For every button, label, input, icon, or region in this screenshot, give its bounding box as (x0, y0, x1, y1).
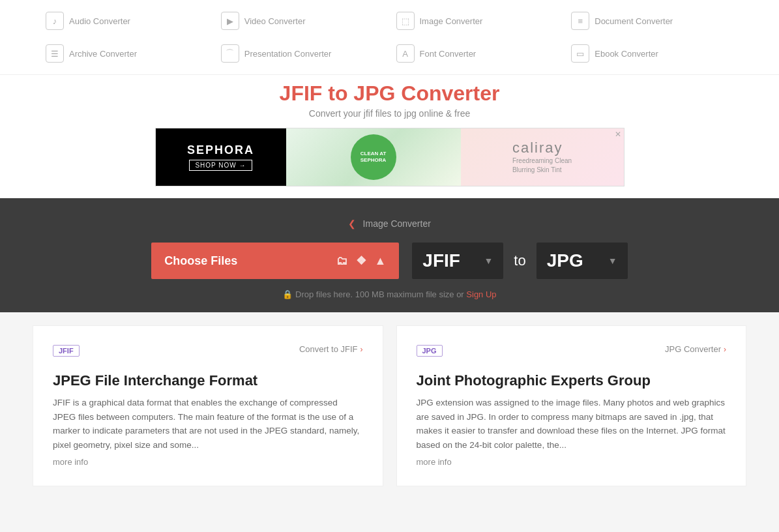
nav-archive-label: Archive Converter (69, 49, 137, 59)
ad-badge-line2: SEPHORA (360, 157, 387, 164)
page-title: JFIF to JPG Converter (0, 81, 779, 106)
upload-icons: 🗂 ❖ ▲ (336, 254, 386, 268)
converter-area: ❮ Image Converter Choose Files 🗂 ❖ ▲ JFI… (0, 198, 779, 312)
nav-presentation[interactable]: ⌒ Presentation Converter (214, 40, 390, 66)
jpg-card-description: JPG extension was assigned to the image … (417, 396, 727, 452)
nav-document[interactable]: ≡ Document Converter (565, 8, 740, 34)
lock-icon: 🔒 (282, 289, 293, 299)
breadcrumb: ❮ Image Converter (0, 218, 779, 229)
ad-cta: SHOP NOW → (189, 160, 252, 171)
ad-badge: CLEAN AT SEPHORA (351, 134, 396, 180)
ad-product-desc1: Freedreaming Clean (512, 156, 572, 166)
dropbox-icon: ❖ (356, 254, 366, 268)
jpg-info-card: JPG JPG Converter › Joint Photographic E… (396, 325, 747, 486)
nav-image[interactable]: ⬚ Image Converter (390, 8, 565, 34)
to-format-selector[interactable]: JPG ▼ (536, 243, 628, 279)
ad-product-info: caliray Freedreaming Clean Blurring Skin… (512, 140, 572, 175)
convert-to-jfif-link[interactable]: Convert to JFIF › (299, 344, 363, 354)
ad-product-name: caliray (512, 140, 572, 156)
jfif-link-arrow-icon: › (360, 345, 363, 354)
nav-audio[interactable]: ♪ Audio Converter (39, 8, 214, 34)
jpg-link-arrow-icon: › (724, 345, 726, 354)
title-area: JFIF to JPG Converter Convert your jfif … (0, 75, 779, 121)
ad-product-desc2: Blurring Skin Tint (512, 166, 572, 175)
ad-badge-line1: CLEAN AT (360, 151, 387, 157)
ad-banner: SEPHORA SHOP NOW → CLEAN AT SEPHORA cali… (155, 128, 625, 186)
nav-archive[interactable]: ☰ Archive Converter (39, 40, 214, 66)
converter-controls: Choose Files 🗂 ❖ ▲ JFIF ▼ to JPG ▼ (0, 243, 779, 279)
nav-audio-label: Audio Converter (69, 16, 130, 26)
audio-icon: ♪ (46, 12, 64, 30)
nav-ebook[interactable]: ▭ Ebook Converter (565, 40, 740, 66)
jfif-badge: JFIF (53, 345, 80, 357)
document-icon: ≡ (571, 12, 589, 30)
top-nav: ♪ Audio Converter ▶ Video Converter ⬚ Im… (0, 0, 779, 75)
nav-ebook-label: Ebook Converter (595, 49, 658, 59)
drop-hint-text: Drop files here. 100 MB maximum file siz… (295, 289, 464, 299)
jpg-badge: JPG (417, 345, 443, 357)
ad-brand: SEPHORA (187, 143, 254, 157)
font-icon: A (396, 44, 415, 63)
nav-font[interactable]: A Font Converter (390, 40, 565, 66)
format-selector: JFIF ▼ to JPG ▼ (412, 243, 627, 279)
presentation-icon: ⌒ (221, 44, 239, 63)
sign-up-link[interactable]: Sign Up (466, 289, 496, 299)
nav-font-label: Font Converter (420, 49, 477, 59)
nav-video-label: Video Converter (244, 16, 306, 26)
video-icon: ▶ (221, 12, 239, 30)
archive-icon: ☰ (46, 44, 64, 63)
ad-middle: CLEAN AT SEPHORA (286, 128, 461, 186)
from-format-selector[interactable]: JFIF ▼ (412, 243, 503, 279)
drive-icon: ▲ (374, 254, 386, 268)
drop-hint: 🔒 Drop files here. 100 MB maximum file s… (0, 289, 779, 299)
ad-close-icon[interactable]: ✕ (615, 130, 621, 139)
ebook-icon: ▭ (571, 44, 589, 63)
jpg-converter-label: JPG Converter (665, 344, 721, 354)
choose-files-label: Choose Files (164, 254, 237, 268)
to-format-chevron-icon: ▼ (608, 256, 617, 266)
nav-document-label: Document Converter (595, 16, 673, 26)
jpg-more-info-link[interactable]: more info (417, 457, 452, 467)
ad-right: caliray Freedreaming Clean Blurring Skin… (461, 128, 624, 186)
convert-to-jfif-label: Convert to JFIF (299, 344, 358, 354)
from-format-label: JFIF (422, 250, 460, 271)
choose-files-button[interactable]: Choose Files 🗂 ❖ ▲ (151, 243, 399, 279)
breadcrumb-link[interactable]: Image Converter (363, 218, 431, 229)
breadcrumb-chevron-icon: ❮ (348, 218, 356, 229)
jfif-card-description: JFIF is a graphical data format that ena… (53, 396, 363, 452)
jfif-card-title: JPEG File Interchange Format (53, 372, 363, 389)
nav-presentation-label: Presentation Converter (244, 49, 332, 59)
page-subtitle: Convert your jfif files to jpg online & … (0, 108, 779, 119)
jpg-converter-link[interactable]: JPG Converter › (665, 344, 726, 354)
from-format-chevron-icon: ▼ (484, 256, 493, 266)
folder-upload-icon: 🗂 (336, 254, 348, 268)
jfif-more-info-link[interactable]: more info (53, 457, 88, 467)
to-format-label: JPG (547, 250, 583, 271)
image-icon: ⬚ (396, 12, 415, 30)
to-separator: to (514, 252, 525, 269)
nav-image-label: Image Converter (420, 16, 483, 26)
jfif-info-card: JFIF Convert to JFIF › JPEG File Interch… (33, 325, 383, 486)
ad-sephora-section: SEPHORA SHOP NOW → (156, 128, 286, 186)
jpg-card-title: Joint Photographic Experts Group (417, 372, 727, 389)
nav-video[interactable]: ▶ Video Converter (214, 8, 390, 34)
